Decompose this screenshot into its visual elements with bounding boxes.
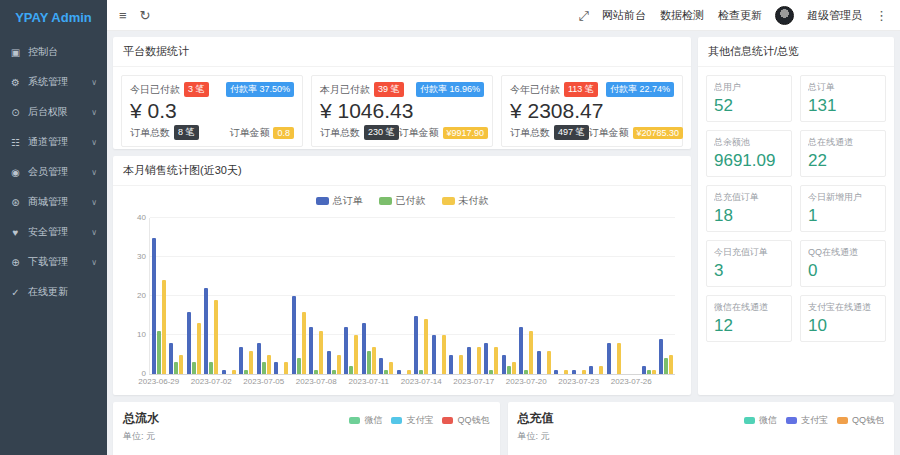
refresh-icon[interactable]: ↻ bbox=[140, 9, 151, 22]
bar-group[interactable] bbox=[607, 218, 621, 374]
bar-group[interactable] bbox=[362, 218, 376, 374]
legend-label: 微信 bbox=[759, 414, 777, 427]
legend-label: QQ钱包 bbox=[852, 414, 884, 427]
bar-group[interactable] bbox=[502, 218, 516, 374]
legend-item[interactable]: 微信 bbox=[744, 414, 777, 427]
bar bbox=[414, 316, 418, 375]
chevron-down-icon: ∨ bbox=[91, 108, 97, 117]
bar-group[interactable] bbox=[327, 218, 341, 374]
download-icon: ⊕ bbox=[10, 257, 21, 268]
sidebar-item-6[interactable]: ♥安全管理∨ bbox=[0, 217, 107, 247]
sidebar-item-4[interactable]: ◉会员管理∨ bbox=[0, 157, 107, 187]
overview-stat-value: 131 bbox=[808, 96, 878, 116]
paid-label: 今日已付款 bbox=[130, 83, 180, 97]
bar-group[interactable] bbox=[449, 218, 463, 374]
bar bbox=[519, 327, 523, 374]
legend-swatch bbox=[316, 197, 329, 205]
fullscreen-icon[interactable]: ⤢ bbox=[579, 9, 589, 22]
topbar: ≡ ↻ ⤢ 网站前台数据检测检查更新 超级管理员 ⋮ bbox=[107, 0, 900, 31]
orders-amount-badge: 0.8 bbox=[273, 127, 294, 139]
bar-group[interactable] bbox=[519, 218, 533, 374]
bar-group[interactable] bbox=[204, 218, 218, 374]
sidebar-item-7[interactable]: ⊕下载管理∨ bbox=[0, 247, 107, 277]
overview-stat-label: 总用户 bbox=[714, 81, 784, 94]
legend-item[interactable]: QQ钱包 bbox=[442, 414, 489, 427]
overview-stat-4: 总充值订单18 bbox=[706, 185, 792, 232]
legend-item[interactable]: 总订单 bbox=[316, 194, 363, 208]
legend-item[interactable]: 支付宝 bbox=[391, 414, 433, 427]
overview-stat-value: 52 bbox=[714, 96, 784, 116]
bar-group[interactable] bbox=[554, 218, 568, 374]
bar bbox=[659, 339, 663, 374]
legend-swatch bbox=[391, 417, 402, 424]
bar-group[interactable] bbox=[624, 218, 638, 374]
sidebar-item-3[interactable]: ☷通道管理∨ bbox=[0, 127, 107, 157]
bar-group[interactable] bbox=[414, 218, 428, 374]
bar bbox=[664, 358, 668, 374]
flow-chart-panel: 总流水 单位: 元 微信支付宝QQ钱包 999999 1,000 916.81 bbox=[113, 402, 500, 455]
topbar-link-1[interactable]: 数据检测 bbox=[660, 8, 704, 23]
bar-group[interactable] bbox=[222, 218, 236, 374]
pay-rate-badge: 付款率 16.96% bbox=[416, 82, 484, 97]
bar bbox=[232, 370, 236, 374]
overview-stat-value: 3 bbox=[714, 261, 784, 281]
bar bbox=[529, 331, 533, 374]
bar-group[interactable] bbox=[344, 218, 358, 374]
overview-stat-8: 微信在线通道12 bbox=[706, 295, 792, 342]
bar-group[interactable] bbox=[397, 218, 411, 374]
mall-icon: ⊛ bbox=[10, 197, 21, 208]
bar bbox=[484, 343, 488, 374]
sidebar-item-8[interactable]: ✓在线更新 bbox=[0, 277, 107, 307]
bar-group[interactable] bbox=[169, 218, 183, 374]
bar-group[interactable] bbox=[257, 218, 271, 374]
sidebar-item-5[interactable]: ⊛商城管理∨ bbox=[0, 187, 107, 217]
legend-item[interactable]: 支付宝 bbox=[786, 414, 828, 427]
sidebar-item-2[interactable]: ⊙后台权限∨ bbox=[0, 97, 107, 127]
legend-item[interactable]: 未付款 bbox=[442, 194, 489, 208]
security-icon: ♥ bbox=[10, 227, 21, 238]
legend-swatch bbox=[442, 417, 453, 424]
hamburger-menu-icon[interactable]: ≡ bbox=[119, 9, 127, 22]
user-name[interactable]: 超级管理员 bbox=[807, 8, 862, 23]
legend-item[interactable]: 已付款 bbox=[379, 194, 426, 208]
avatar[interactable] bbox=[775, 6, 794, 25]
x-axis-tick: 2023-07-17 bbox=[453, 377, 494, 386]
sidebar-item-0[interactable]: ▣控制台 bbox=[0, 37, 107, 67]
bar bbox=[502, 355, 506, 375]
legend-swatch bbox=[837, 417, 848, 424]
bar-group[interactable] bbox=[589, 218, 603, 374]
bar bbox=[152, 238, 156, 375]
bar-group[interactable] bbox=[484, 218, 498, 374]
stat-card-1: 本月已付款39 笔付款率 16.96%¥ 1046.43订单总数230 笔订单金… bbox=[311, 75, 493, 147]
bar bbox=[432, 335, 436, 374]
bar-group[interactable] bbox=[659, 218, 673, 374]
legend-item[interactable]: QQ钱包 bbox=[837, 414, 884, 427]
bar-group[interactable] bbox=[187, 218, 201, 374]
bar-group[interactable] bbox=[379, 218, 393, 374]
chevron-down-icon: ∨ bbox=[91, 228, 97, 237]
bar-group[interactable] bbox=[432, 218, 446, 374]
bar-group[interactable] bbox=[642, 218, 656, 374]
kebab-menu-icon[interactable]: ⋮ bbox=[875, 9, 888, 22]
platform-stats-title: 平台数据统计 bbox=[113, 37, 691, 67]
sidebar-item-1[interactable]: ⚙系统管理∨ bbox=[0, 67, 107, 97]
bar-group[interactable] bbox=[274, 218, 288, 374]
paid-label: 今年已付款 bbox=[510, 83, 560, 97]
bar-group[interactable] bbox=[467, 218, 481, 374]
gear-icon: ⚙ bbox=[10, 77, 21, 88]
platform-stats-panel: 平台数据统计 今日已付款3 笔付款率 37.50%¥ 0.3订单总数8 笔订单金… bbox=[113, 37, 691, 149]
bar bbox=[589, 366, 593, 374]
topbar-link-2[interactable]: 检查更新 bbox=[718, 8, 762, 23]
topbar-link-0[interactable]: 网站前台 bbox=[602, 8, 646, 23]
bar-group[interactable] bbox=[537, 218, 551, 374]
bar-group[interactable] bbox=[239, 218, 253, 374]
recharge-chart-panel: 总充值 单位: 元 微信支付宝QQ钱包 12 10.3 bbox=[508, 402, 895, 455]
bar-group[interactable] bbox=[572, 218, 586, 374]
x-axis-tick: 2023-07-23 bbox=[558, 377, 599, 386]
bar-group[interactable] bbox=[309, 218, 323, 374]
stat-card-0: 今日已付款3 笔付款率 37.50%¥ 0.3订单总数8 笔订单金额0.8 bbox=[121, 75, 303, 147]
bar-group[interactable] bbox=[292, 218, 306, 374]
chart-plot: 0102030402023-06-292023-07-022023-07-052… bbox=[149, 218, 675, 375]
legend-item[interactable]: 微信 bbox=[349, 414, 382, 427]
bar-group[interactable] bbox=[152, 218, 166, 374]
